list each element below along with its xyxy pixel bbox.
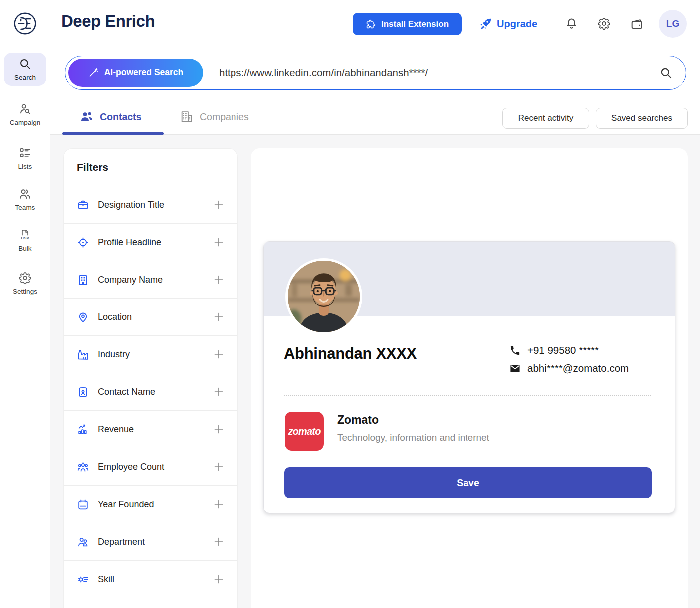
filter-label: Profile Headline (98, 237, 213, 248)
plus-icon[interactable] (213, 348, 225, 360)
filter-row-location[interactable]: Location (64, 299, 237, 336)
upgrade-button[interactable]: Upgrade (479, 16, 537, 32)
person-search-icon (18, 102, 32, 116)
filter-label: Skill (98, 574, 213, 585)
sidebar-item-label: Search (14, 74, 36, 81)
filter-label: Location (98, 312, 213, 322)
sidebar-item-label: Bulk (18, 245, 31, 252)
profile-card: Abhinandan XXXX +91 99580 ***** (263, 241, 675, 513)
sidebar-item-campaign[interactable]: Campaign (4, 98, 46, 131)
filter-label: Employee Count (98, 462, 213, 472)
plus-icon[interactable] (213, 573, 225, 585)
sidebar-item-bulk[interactable]: CSV Bulk (4, 224, 46, 257)
puzzle-icon (366, 19, 376, 29)
filter-row-year-founded[interactable]: Year Founded (64, 486, 237, 523)
sidebar-item-label: Lists (18, 163, 32, 170)
gear-icon (18, 271, 32, 285)
active-tab-underline (62, 132, 164, 135)
filter-row-contact-name[interactable]: Contact Name (64, 373, 237, 411)
tab-contacts[interactable]: Contacts (80, 110, 141, 124)
filter-row-industry[interactable]: Industry (64, 336, 237, 373)
user-avatar[interactable]: LG (659, 10, 687, 38)
plus-icon[interactable] (213, 274, 225, 286)
building-icon (77, 274, 89, 286)
plus-icon[interactable] (213, 311, 225, 323)
svg-text:CSV: CSV (21, 236, 29, 240)
plus-icon[interactable] (213, 536, 225, 548)
filter-label: Company Name (98, 275, 213, 285)
company-name: Zomato (337, 413, 489, 427)
filter-label: Revenue (98, 424, 213, 435)
saved-searches-button[interactable]: Saved searches (596, 108, 688, 129)
contact-phone: +91 99580 ***** (527, 344, 599, 356)
filter-label: Designation Title (98, 200, 213, 210)
avatar-initials: LG (666, 18, 679, 29)
deep-enrich-logo-icon (13, 12, 37, 35)
plus-icon[interactable] (213, 199, 225, 211)
plus-icon[interactable] (213, 498, 225, 510)
company-info: Zomato Technology, information and inter… (337, 413, 489, 443)
company-industry: Technology, information and internet (337, 432, 489, 443)
sidebar-item-settings[interactable]: Settings (4, 267, 46, 300)
install-extension-button[interactable]: Install Extension (353, 13, 462, 35)
plus-icon[interactable] (213, 423, 225, 435)
search-icon[interactable] (659, 66, 673, 80)
filter-row-company-name[interactable]: Company Name (64, 261, 237, 299)
contact-name: Abhinandan XXXX (284, 345, 417, 363)
people-group-icon (77, 461, 89, 473)
filter-label: Department (98, 537, 213, 547)
save-button[interactable]: Save (284, 467, 652, 498)
tab-companies[interactable]: Companies (180, 110, 249, 124)
bar-chart-icon (77, 423, 89, 436)
profile-photo (285, 258, 362, 335)
tab-label: Contacts (100, 111, 141, 123)
id-badge-icon (77, 386, 89, 398)
filter-label: Contact Name (98, 387, 213, 397)
plus-icon[interactable] (213, 461, 225, 473)
sidebar-item-label: Settings (13, 288, 37, 295)
email-row: abhi****@zomato.com (509, 359, 629, 377)
filter-row-revenue[interactable]: Revenue (64, 411, 237, 448)
filter-row-employee-count[interactable]: Employee Count (64, 448, 237, 486)
wallet-icon[interactable] (630, 17, 643, 31)
skill-gear-icon (77, 573, 89, 586)
ai-powered-search-label: AI-powered Search (104, 67, 184, 78)
sidebar-item-lists[interactable]: Lists (4, 142, 46, 175)
factory-icon (77, 348, 89, 361)
people-icon (18, 187, 32, 201)
phone-icon (509, 345, 521, 356)
bell-icon[interactable] (565, 17, 578, 30)
search-url-input[interactable] (219, 59, 700, 86)
content-area: Filters Designation Title (50, 135, 700, 608)
sidebar-item-search[interactable]: Search (4, 53, 46, 86)
zomato-logo: zomato (285, 412, 324, 451)
filters-title: Filters (64, 149, 237, 186)
map-pin-icon (77, 311, 89, 323)
building-icon (180, 110, 194, 124)
sidebar: Search Campaign Lists (0, 0, 50, 608)
gear-icon[interactable] (597, 17, 611, 30)
sidebar-item-label: Teams (15, 204, 35, 211)
filter-label: Industry (98, 349, 213, 360)
contact-email: abhi****@zomato.com (527, 362, 629, 374)
calendar-icon (77, 498, 89, 511)
target-icon (77, 236, 89, 249)
sidebar-item-teams[interactable]: Teams (4, 183, 46, 216)
filter-row-skill[interactable]: Skill (64, 561, 237, 598)
ai-powered-search-button[interactable]: AI-powered Search (68, 59, 203, 87)
plus-icon[interactable] (213, 236, 225, 248)
filter-row-designation-title[interactable]: Designation Title (64, 186, 237, 224)
plus-icon[interactable] (213, 386, 225, 398)
filter-row-profile-headline[interactable]: Profile Headline (64, 224, 237, 261)
result-card: Abhinandan XXXX +91 99580 ***** (251, 148, 688, 608)
phone-row: +91 99580 ***** (509, 341, 629, 359)
search-bar: AI-powered Search (65, 56, 686, 90)
install-extension-label: Install Extension (381, 19, 449, 29)
filter-label: Year Founded (98, 499, 213, 510)
zomato-logo-text: zomato (288, 426, 320, 437)
rocket-icon (479, 17, 492, 30)
filter-row-department[interactable]: Department (64, 523, 237, 561)
briefcase-icon (77, 199, 89, 211)
contact-details: +91 99580 ***** abhi****@zomato.com (509, 341, 629, 377)
recent-activity-button[interactable]: Recent activity (502, 108, 589, 129)
